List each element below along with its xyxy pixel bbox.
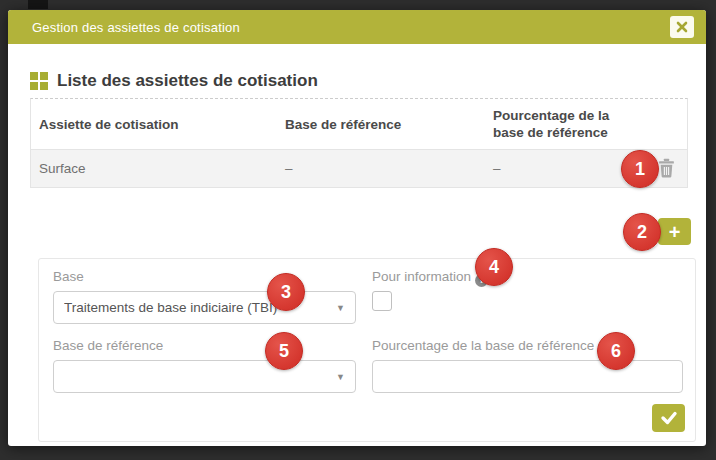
delete-row-button[interactable]	[658, 158, 675, 181]
field-pourcentage: Pourcentage de la base de référence	[372, 338, 683, 393]
plus-icon: +	[669, 221, 681, 243]
modal-gestion-assiettes: Gestion des assiettes de cotisation List…	[8, 10, 706, 446]
dim-overlay-background: Gestion des assiettes de cotisation List…	[0, 0, 716, 460]
step-badge-6: 6	[597, 332, 635, 370]
modal-titlebar: Gestion des assiettes de cotisation	[8, 10, 706, 44]
modal-content: Liste des assiettes de cotisation Assiet…	[8, 70, 706, 188]
check-icon	[660, 410, 678, 426]
column-header-assiette: Assiette de cotisation	[31, 116, 285, 133]
column-header-base-reference: Base de référence	[285, 116, 493, 133]
step-badge-5: 5	[265, 332, 303, 370]
base-label: Base	[53, 269, 356, 286]
close-icon	[676, 21, 688, 33]
close-button[interactable]	[670, 16, 694, 38]
section-header: Liste des assiettes de cotisation	[30, 70, 688, 92]
pourcentage-label: Pourcentage de la base de référence	[372, 338, 683, 355]
confirm-button[interactable]	[652, 404, 685, 432]
table-header-row: Assiette de cotisation Base de référence…	[31, 99, 687, 149]
base-select[interactable]: Traitements de base indiciaire (TBI) ▼	[53, 291, 356, 324]
section-title: Liste des assiettes de cotisation	[57, 71, 318, 91]
chevron-down-icon: ▼	[336, 372, 345, 382]
base-reference-select[interactable]: ▼	[53, 360, 356, 393]
trash-icon	[658, 158, 675, 178]
base-reference-label: Base de référence	[53, 338, 356, 355]
grid-icon	[30, 72, 48, 90]
pour-information-label: Pour informationi	[372, 269, 683, 286]
modal-title: Gestion des assiettes de cotisation	[32, 20, 670, 35]
form-grid: Base Traitements de base indiciaire (TBI…	[53, 269, 681, 393]
assiettes-table: Assiette de cotisation Base de référence…	[30, 98, 688, 188]
field-base: Base Traitements de base indiciaire (TBI…	[53, 269, 356, 324]
step-badge-2: 2	[623, 213, 661, 251]
pour-information-checkbox[interactable]	[372, 291, 392, 311]
add-assiette-button[interactable]: +	[658, 218, 691, 245]
step-badge-4: 4	[475, 248, 513, 286]
step-badge-1: 1	[621, 150, 659, 188]
background-artifact	[28, 0, 48, 9]
table-row: Surface – –	[31, 149, 687, 187]
field-pour-information: Pour informationi	[372, 269, 683, 324]
cell-assiette: Surface	[31, 161, 285, 176]
pourcentage-input[interactable]	[372, 360, 683, 393]
chevron-down-icon: ▼	[336, 303, 345, 313]
column-header-pourcentage: Pourcentage de la base de référence	[493, 107, 643, 141]
field-base-reference: Base de référence ▼	[53, 338, 356, 393]
step-badge-3: 3	[267, 273, 305, 311]
cell-base-reference: –	[285, 161, 493, 176]
